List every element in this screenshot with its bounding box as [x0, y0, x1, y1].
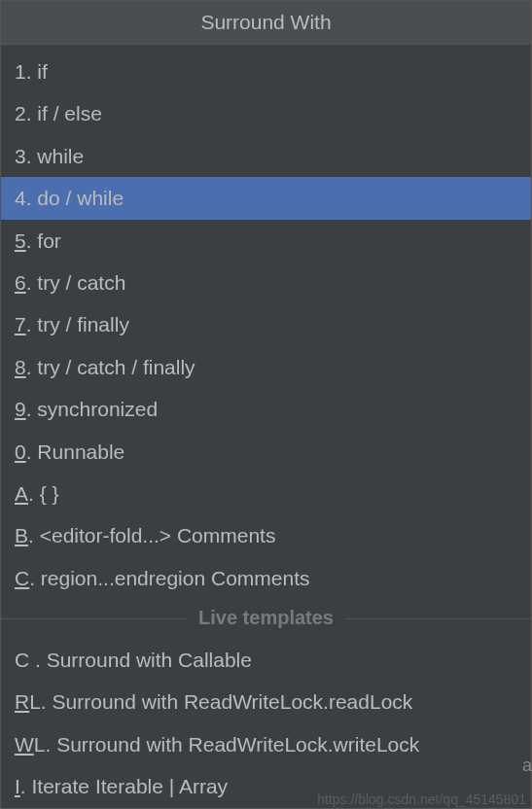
option-label: try / catch / finally — [37, 353, 195, 381]
option-key: 2. — [15, 99, 37, 127]
surround-option[interactable]: 5. for — [1, 220, 531, 262]
option-key: 1. — [15, 57, 37, 86]
option-label: while — [37, 142, 84, 170]
option-key: 5. — [15, 227, 37, 255]
option-key: 3. — [15, 142, 37, 170]
surround-option[interactable]: 0. Runnable — [1, 431, 531, 473]
popup-title: Surround With — [1, 1, 531, 45]
live-templates-label: Live templates — [187, 607, 345, 628]
option-label: do / while — [37, 184, 124, 212]
option-key: RL. — [15, 687, 53, 716]
popup-title-text: Surround With — [200, 11, 331, 33]
option-label: try / catch — [37, 268, 125, 297]
option-label: Iterate Iterable | Array — [32, 772, 229, 800]
surround-option[interactable]: 8. try / catch / finally — [1, 346, 531, 388]
surround-options-list: 1. if2. if / else3. while4. do / while5.… — [1, 45, 531, 599]
option-label: Surround with ReadWriteLock.readLock — [53, 687, 413, 716]
surround-option[interactable]: 1. if — [1, 51, 531, 92]
surround-option[interactable]: 2. if / else — [1, 92, 531, 134]
option-key: 8. — [15, 353, 37, 381]
live-template-option[interactable]: WL. Surround with ReadWriteLock.writeLoc… — [1, 723, 531, 765]
option-key: B. — [15, 521, 40, 549]
option-label: try / finally — [37, 310, 129, 338]
option-label: Surround with Callable — [47, 646, 252, 674]
option-label: synchronized — [37, 395, 158, 423]
edge-fragment: a — [522, 756, 532, 776]
option-key: C. — [15, 564, 41, 592]
watermark-text: https://blog.csdn.net/qq_45145801 — [317, 791, 526, 807]
option-label: { } — [40, 479, 59, 508]
option-label: if — [37, 57, 48, 86]
surround-option[interactable]: 4. do / while — [1, 177, 531, 219]
surround-option[interactable]: B. <editor-fold...> Comments — [1, 514, 531, 556]
option-key: I. — [15, 772, 32, 800]
option-key: 6. — [15, 268, 37, 297]
surround-option[interactable]: 9. synchronized — [1, 388, 531, 430]
option-key: C . — [15, 646, 47, 674]
surround-option[interactable]: 7. try / finally — [1, 303, 531, 345]
live-templates-list: C . Surround with CallableRL. Surround w… — [1, 633, 531, 808]
option-label: Surround with ReadWriteLock.writeLock — [56, 730, 419, 758]
option-label: for — [37, 227, 61, 255]
option-key: 7. — [15, 310, 37, 338]
surround-option[interactable]: 6. try / catch — [1, 262, 531, 303]
live-template-option[interactable]: C . Surround with Callable — [1, 639, 531, 681]
option-key: A. — [15, 479, 40, 508]
surround-option[interactable]: A. { } — [1, 473, 531, 514]
live-templates-divider: Live templates — [1, 607, 531, 629]
option-label: <editor-fold...> Comments — [40, 521, 276, 549]
option-label: if / else — [37, 99, 102, 127]
live-template-option[interactable]: RL. Surround with ReadWriteLock.readLock — [1, 681, 531, 722]
option-key: 4. — [15, 184, 37, 212]
surround-option[interactable]: 3. while — [1, 135, 531, 177]
option-key: WL. — [15, 730, 56, 758]
option-label: region...endregion Comments — [41, 564, 310, 592]
option-label: Runnable — [37, 438, 124, 466]
option-key: 9. — [15, 395, 37, 423]
surround-option[interactable]: C. region...endregion Comments — [1, 557, 531, 599]
option-key: 0. — [15, 438, 37, 466]
